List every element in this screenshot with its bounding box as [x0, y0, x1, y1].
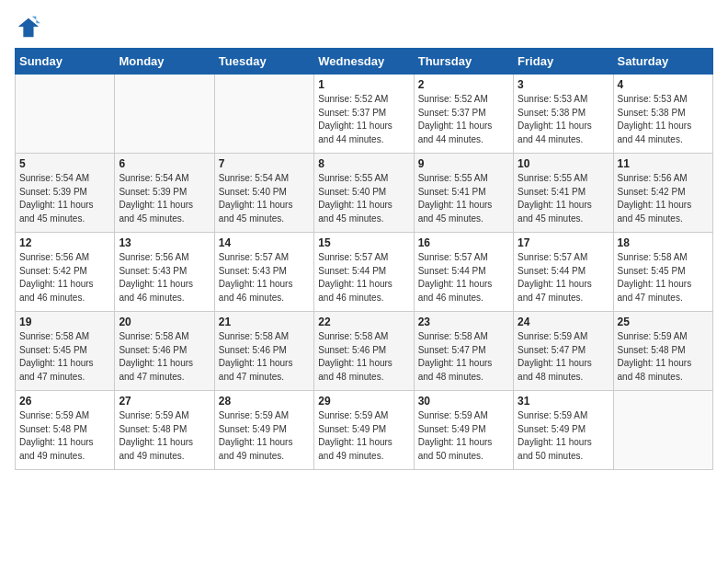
day-cell: 3Sunrise: 5:53 AM Sunset: 5:38 PM Daylig…	[514, 75, 613, 154]
day-info: Sunrise: 5:58 AM Sunset: 5:46 PM Dayligh…	[219, 330, 310, 384]
day-number: 6	[119, 157, 210, 170]
day-number: 28	[219, 395, 310, 408]
calendar-table: SundayMondayTuesdayWednesdayThursdayFrid…	[15, 48, 713, 470]
day-cell: 25Sunrise: 5:59 AM Sunset: 5:48 PM Dayli…	[613, 312, 712, 391]
day-cell: 11Sunrise: 5:56 AM Sunset: 5:42 PM Dayli…	[613, 154, 712, 233]
day-info: Sunrise: 5:59 AM Sunset: 5:47 PM Dayligh…	[518, 330, 609, 384]
day-cell: 12Sunrise: 5:56 AM Sunset: 5:42 PM Dayli…	[16, 233, 115, 312]
day-info: Sunrise: 5:54 AM Sunset: 5:39 PM Dayligh…	[19, 172, 110, 225]
day-info: Sunrise: 5:59 AM Sunset: 5:48 PM Dayligh…	[19, 409, 110, 463]
day-cell: 8Sunrise: 5:55 AM Sunset: 5:40 PM Daylig…	[314, 154, 414, 233]
col-header-wednesday: Wednesday	[314, 49, 414, 75]
day-info: Sunrise: 5:55 AM Sunset: 5:40 PM Dayligh…	[318, 172, 409, 225]
day-number: 29	[318, 395, 409, 408]
day-info: Sunrise: 5:52 AM Sunset: 5:37 PM Dayligh…	[318, 93, 409, 146]
day-info: Sunrise: 5:58 AM Sunset: 5:45 PM Dayligh…	[618, 251, 709, 304]
day-info: Sunrise: 5:59 AM Sunset: 5:48 PM Dayligh…	[119, 409, 210, 463]
day-cell: 6Sunrise: 5:54 AM Sunset: 5:39 PM Daylig…	[115, 154, 214, 233]
day-info: Sunrise: 5:59 AM Sunset: 5:49 PM Dayligh…	[418, 409, 509, 463]
day-cell	[214, 75, 313, 154]
day-number: 4	[618, 78, 709, 91]
day-number: 18	[618, 236, 709, 249]
col-header-tuesday: Tuesday	[214, 49, 313, 75]
day-cell: 31Sunrise: 5:59 AM Sunset: 5:49 PM Dayli…	[514, 391, 613, 470]
day-cell: 4Sunrise: 5:53 AM Sunset: 5:38 PM Daylig…	[613, 75, 712, 154]
day-cell	[613, 391, 712, 470]
day-info: Sunrise: 5:58 AM Sunset: 5:47 PM Dayligh…	[418, 330, 509, 384]
day-number: 30	[418, 395, 509, 408]
day-cell: 5Sunrise: 5:54 AM Sunset: 5:39 PM Daylig…	[16, 154, 115, 233]
logo-icon	[15, 15, 40, 40]
day-number: 2	[418, 78, 509, 91]
day-info: Sunrise: 5:54 AM Sunset: 5:40 PM Dayligh…	[219, 172, 310, 225]
col-header-friday: Friday	[514, 49, 613, 75]
day-info: Sunrise: 5:52 AM Sunset: 5:37 PM Dayligh…	[418, 93, 509, 146]
day-info: Sunrise: 5:59 AM Sunset: 5:48 PM Dayligh…	[618, 330, 709, 384]
day-cell	[115, 75, 214, 154]
logo	[15, 15, 44, 40]
week-row-4: 19Sunrise: 5:58 AM Sunset: 5:45 PM Dayli…	[16, 312, 713, 391]
day-number: 21	[219, 316, 310, 328]
svg-marker-0	[18, 18, 39, 38]
day-cell: 23Sunrise: 5:58 AM Sunset: 5:47 PM Dayli…	[414, 312, 513, 391]
day-cell: 28Sunrise: 5:59 AM Sunset: 5:49 PM Dayli…	[214, 391, 313, 470]
day-cell: 22Sunrise: 5:58 AM Sunset: 5:46 PM Dayli…	[314, 312, 414, 391]
day-info: Sunrise: 5:53 AM Sunset: 5:38 PM Dayligh…	[518, 93, 609, 146]
day-number: 23	[418, 316, 509, 328]
day-info: Sunrise: 5:59 AM Sunset: 5:49 PM Dayligh…	[518, 409, 609, 463]
day-number: 12	[19, 236, 110, 249]
day-info: Sunrise: 5:57 AM Sunset: 5:44 PM Dayligh…	[518, 251, 609, 304]
day-cell: 16Sunrise: 5:57 AM Sunset: 5:44 PM Dayli…	[414, 233, 513, 312]
day-cell: 19Sunrise: 5:58 AM Sunset: 5:45 PM Dayli…	[16, 312, 115, 391]
day-cell: 9Sunrise: 5:55 AM Sunset: 5:41 PM Daylig…	[414, 154, 513, 233]
page-header	[15, 15, 713, 40]
day-number: 24	[518, 316, 609, 328]
day-cell: 13Sunrise: 5:56 AM Sunset: 5:43 PM Dayli…	[115, 233, 214, 312]
week-row-3: 12Sunrise: 5:56 AM Sunset: 5:42 PM Dayli…	[16, 233, 713, 312]
day-cell: 21Sunrise: 5:58 AM Sunset: 5:46 PM Dayli…	[214, 312, 313, 391]
col-header-sunday: Sunday	[16, 49, 115, 75]
day-number: 5	[19, 157, 110, 170]
day-cell: 24Sunrise: 5:59 AM Sunset: 5:47 PM Dayli…	[514, 312, 613, 391]
day-cell: 27Sunrise: 5:59 AM Sunset: 5:48 PM Dayli…	[115, 391, 214, 470]
day-cell: 10Sunrise: 5:55 AM Sunset: 5:41 PM Dayli…	[514, 154, 613, 233]
day-number: 15	[318, 236, 409, 249]
day-info: Sunrise: 5:55 AM Sunset: 5:41 PM Dayligh…	[518, 172, 609, 225]
day-info: Sunrise: 5:55 AM Sunset: 5:41 PM Dayligh…	[418, 172, 509, 225]
day-number: 7	[219, 157, 310, 170]
day-cell: 20Sunrise: 5:58 AM Sunset: 5:46 PM Dayli…	[115, 312, 214, 391]
day-info: Sunrise: 5:59 AM Sunset: 5:49 PM Dayligh…	[219, 409, 310, 463]
day-number: 26	[19, 395, 110, 408]
day-number: 13	[119, 236, 210, 249]
day-info: Sunrise: 5:53 AM Sunset: 5:38 PM Dayligh…	[618, 93, 709, 146]
day-number: 20	[119, 316, 210, 328]
day-cell	[16, 75, 115, 154]
day-info: Sunrise: 5:57 AM Sunset: 5:43 PM Dayligh…	[219, 251, 310, 304]
day-cell: 7Sunrise: 5:54 AM Sunset: 5:40 PM Daylig…	[214, 154, 313, 233]
day-cell: 2Sunrise: 5:52 AM Sunset: 5:37 PM Daylig…	[414, 75, 513, 154]
day-cell: 17Sunrise: 5:57 AM Sunset: 5:44 PM Dayli…	[514, 233, 613, 312]
day-number: 14	[219, 236, 310, 249]
day-number: 22	[318, 316, 409, 328]
day-number: 8	[318, 157, 409, 170]
day-number: 10	[518, 157, 609, 170]
day-info: Sunrise: 5:59 AM Sunset: 5:49 PM Dayligh…	[318, 409, 409, 463]
col-header-thursday: Thursday	[414, 49, 513, 75]
day-number: 9	[418, 157, 509, 170]
day-cell: 18Sunrise: 5:58 AM Sunset: 5:45 PM Dayli…	[613, 233, 712, 312]
day-cell: 14Sunrise: 5:57 AM Sunset: 5:43 PM Dayli…	[214, 233, 313, 312]
week-row-1: 1Sunrise: 5:52 AM Sunset: 5:37 PM Daylig…	[16, 75, 713, 154]
day-cell: 15Sunrise: 5:57 AM Sunset: 5:44 PM Dayli…	[314, 233, 414, 312]
day-cell: 1Sunrise: 5:52 AM Sunset: 5:37 PM Daylig…	[314, 75, 414, 154]
col-header-monday: Monday	[115, 49, 214, 75]
day-number: 16	[418, 236, 509, 249]
day-number: 31	[518, 395, 609, 408]
day-number: 1	[318, 78, 409, 91]
day-cell: 30Sunrise: 5:59 AM Sunset: 5:49 PM Dayli…	[414, 391, 513, 470]
day-info: Sunrise: 5:56 AM Sunset: 5:42 PM Dayligh…	[19, 251, 110, 304]
day-number: 11	[618, 157, 709, 170]
day-number: 17	[518, 236, 609, 249]
day-info: Sunrise: 5:57 AM Sunset: 5:44 PM Dayligh…	[418, 251, 509, 304]
day-info: Sunrise: 5:58 AM Sunset: 5:46 PM Dayligh…	[318, 330, 409, 384]
day-info: Sunrise: 5:56 AM Sunset: 5:42 PM Dayligh…	[618, 172, 709, 225]
